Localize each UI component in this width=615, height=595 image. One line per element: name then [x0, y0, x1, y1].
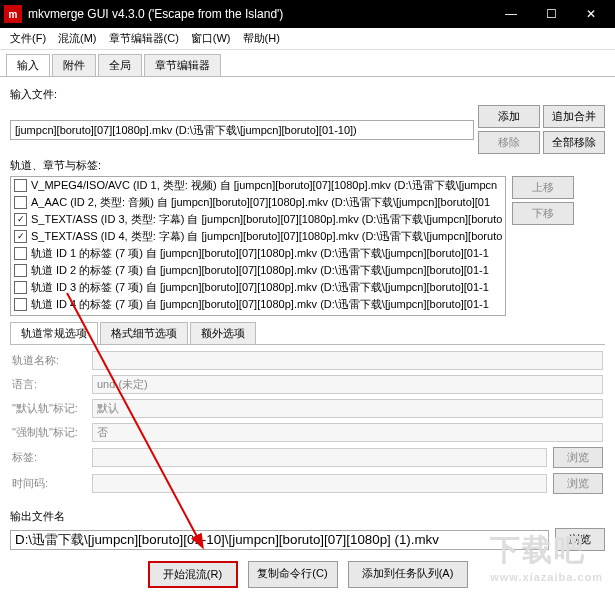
- track-row[interactable]: 轨道 ID 3 的标签 (7 项) 自 [jumpcn][boruto][07]…: [11, 279, 505, 296]
- track-row[interactable]: 轨道 ID 4 的标签 (7 项) 自 [jumpcn][boruto][07]…: [11, 296, 505, 313]
- maximize-icon[interactable]: ☐: [531, 0, 571, 28]
- tab-chapter-editor[interactable]: 章节编辑器: [144, 54, 221, 76]
- close-icon[interactable]: ✕: [571, 0, 611, 28]
- input-file-display[interactable]: [jumpcn][boruto][07][1080p].mkv (D:\迅雷下载…: [10, 120, 474, 140]
- window-title: mkvmerge GUI v4.3.0 ('Escape from the Is…: [28, 7, 491, 21]
- menu-muxing[interactable]: 混流(M): [52, 29, 103, 48]
- track-checkbox[interactable]: [14, 179, 27, 192]
- minimize-icon[interactable]: —: [491, 0, 531, 28]
- subtab-general[interactable]: 轨道常规选项: [10, 322, 98, 344]
- track-checkbox[interactable]: [14, 196, 27, 209]
- menubar: 文件(F) 混流(M) 章节编辑器(C) 窗口(W) 帮助(H): [0, 28, 615, 50]
- menu-window[interactable]: 窗口(W): [185, 29, 237, 48]
- track-name-label: 轨道名称:: [12, 353, 92, 368]
- tab-global[interactable]: 全局: [98, 54, 142, 76]
- app-icon: m: [4, 5, 22, 23]
- track-row[interactable]: ✓S_TEXT/ASS (ID 4, 类型: 字幕) 自 [jumpcn][bo…: [11, 228, 505, 245]
- track-text: V_MPEG4/ISO/AVC (ID 1, 类型: 视频) 自 [jumpcn…: [31, 178, 497, 193]
- track-row[interactable]: ✓S_TEXT/ASS (ID 3, 类型: 字幕) 自 [jumpcn][bo…: [11, 211, 505, 228]
- tab-attachments[interactable]: 附件: [52, 54, 96, 76]
- subtab-extra[interactable]: 额外选项: [190, 322, 256, 344]
- default-field[interactable]: 默认: [92, 399, 603, 418]
- track-checkbox[interactable]: [14, 281, 27, 294]
- subtab-format[interactable]: 格式细节选项: [100, 322, 188, 344]
- remove-button[interactable]: 移除: [478, 131, 540, 154]
- language-label: 语言:: [12, 377, 92, 392]
- track-row[interactable]: V_MPEG4/ISO/AVC (ID 1, 类型: 视频) 自 [jumpcn…: [11, 177, 505, 194]
- titlebar: m mkvmerge GUI v4.3.0 ('Escape from the …: [0, 0, 615, 28]
- timecodes-label: 时间码:: [12, 476, 92, 491]
- add-button[interactable]: 添加: [478, 105, 540, 128]
- start-muxing-button[interactable]: 开始混流(R): [148, 561, 238, 588]
- output-browse-button[interactable]: 浏览: [555, 528, 605, 551]
- timecodes-browse-button[interactable]: 浏览: [553, 473, 603, 494]
- track-checkbox[interactable]: [14, 247, 27, 260]
- track-row[interactable]: 轨道 ID 2 的标签 (7 项) 自 [jumpcn][boruto][07]…: [11, 262, 505, 279]
- output-label: 输出文件名: [10, 509, 605, 524]
- menu-file[interactable]: 文件(F): [4, 29, 52, 48]
- tab-input[interactable]: 输入: [6, 54, 50, 76]
- track-text: 轨道 ID 1 的标签 (7 项) 自 [jumpcn][boruto][07]…: [31, 246, 489, 261]
- move-down-button[interactable]: 下移: [512, 202, 574, 225]
- add-queue-button[interactable]: 添加到任务队列(A): [348, 561, 468, 588]
- tags-label: 标签:: [12, 450, 92, 465]
- copy-cmdline-button[interactable]: 复制命令行(C): [248, 561, 338, 588]
- track-row[interactable]: 轨道 ID 1 的标签 (7 项) 自 [jumpcn][boruto][07]…: [11, 245, 505, 262]
- track-text: S_TEXT/ASS (ID 4, 类型: 字幕) 自 [jumpcn][bor…: [31, 229, 502, 244]
- track-checkbox[interactable]: ✓: [14, 230, 27, 243]
- main-tabs: 输入 附件 全局 章节编辑器: [0, 50, 615, 77]
- forced-label: "强制轨"标记:: [12, 425, 92, 440]
- output-file-field[interactable]: [10, 530, 549, 550]
- tracks-label: 轨道、章节与标签:: [10, 158, 605, 173]
- track-name-field[interactable]: [92, 351, 603, 370]
- track-text: A_AAC (ID 2, 类型: 音频) 自 [jumpcn][boruto][…: [31, 195, 490, 210]
- move-up-button[interactable]: 上移: [512, 176, 574, 199]
- menu-chapter-editor[interactable]: 章节编辑器(C): [103, 29, 185, 48]
- track-row[interactable]: A_AAC (ID 2, 类型: 音频) 自 [jumpcn][boruto][…: [11, 194, 505, 211]
- tags-browse-button[interactable]: 浏览: [553, 447, 603, 468]
- track-checkbox[interactable]: [14, 264, 27, 277]
- track-text: S_TEXT/ASS (ID 3, 类型: 字幕) 自 [jumpcn][bor…: [31, 212, 502, 227]
- input-files-label: 输入文件:: [10, 87, 605, 102]
- track-checkbox[interactable]: [14, 298, 27, 311]
- timecodes-field[interactable]: [92, 474, 547, 493]
- language-field[interactable]: und (未定): [92, 375, 603, 394]
- forced-field[interactable]: 否: [92, 423, 603, 442]
- default-label: "默认轨"标记:: [12, 401, 92, 416]
- tags-field[interactable]: [92, 448, 547, 467]
- track-text: 轨道 ID 3 的标签 (7 项) 自 [jumpcn][boruto][07]…: [31, 280, 489, 295]
- menu-help[interactable]: 帮助(H): [237, 29, 286, 48]
- track-text: 轨道 ID 4 的标签 (7 项) 自 [jumpcn][boruto][07]…: [31, 297, 489, 312]
- track-text: 轨道 ID 2 的标签 (7 项) 自 [jumpcn][boruto][07]…: [31, 263, 489, 278]
- append-button[interactable]: 追加合并: [543, 105, 605, 128]
- remove-all-button[interactable]: 全部移除: [543, 131, 605, 154]
- track-list[interactable]: V_MPEG4/ISO/AVC (ID 1, 类型: 视频) 自 [jumpcn…: [10, 176, 506, 316]
- track-subtabs: 轨道常规选项 格式细节选项 额外选项: [10, 322, 605, 345]
- track-checkbox[interactable]: ✓: [14, 213, 27, 226]
